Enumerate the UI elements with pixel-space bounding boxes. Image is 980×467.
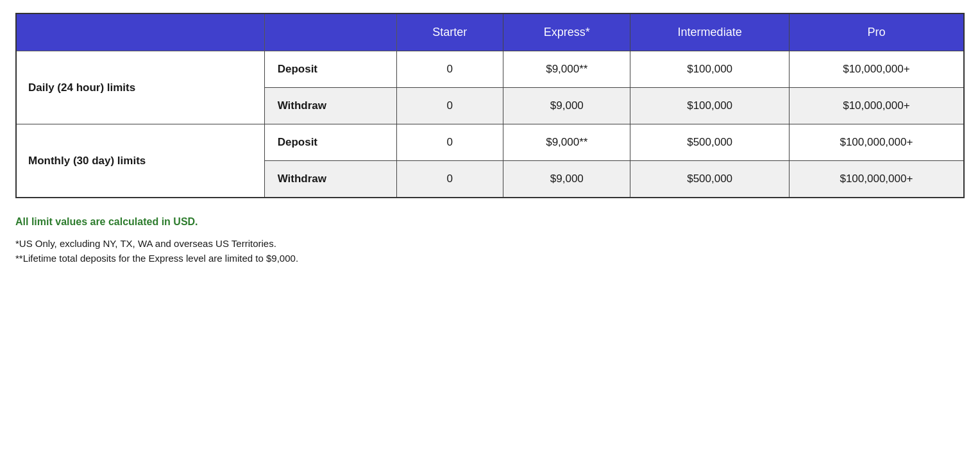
sub-label-0-0: Deposit <box>264 51 396 88</box>
sub-label-1-1: Withdraw <box>264 161 396 198</box>
cell-1-1-starter: 0 <box>396 161 503 198</box>
header-starter: Starter <box>396 13 503 51</box>
usd-note: All limit values are calculated in USD. <box>15 216 965 228</box>
cell-1-1-intermediate: $500,000 <box>630 161 789 198</box>
page-container: Starter Express* Intermediate Pro Daily … <box>15 13 965 270</box>
footnotes-section: All limit values are calculated in USD. … <box>15 214 965 270</box>
cell-0-1-express: $9,000 <box>503 88 630 124</box>
header-empty-1 <box>16 13 264 51</box>
group-label-0: Daily (24 hour) limits <box>16 51 264 124</box>
cell-0-0-pro: $10,000,000+ <box>789 51 964 88</box>
cell-0-1-starter: 0 <box>396 88 503 124</box>
cell-1-1-express: $9,000 <box>503 161 630 198</box>
header-empty-2 <box>264 13 396 51</box>
footnote-1: *US Only, excluding NY, TX, WA and overs… <box>15 238 965 249</box>
cell-1-0-pro: $100,000,000+ <box>789 124 964 161</box>
footnote-2: **Lifetime total deposits for the Expres… <box>15 253 965 264</box>
cell-0-0-intermediate: $100,000 <box>630 51 789 88</box>
cell-1-0-starter: 0 <box>396 124 503 161</box>
cell-1-0-intermediate: $500,000 <box>630 124 789 161</box>
sub-label-1-0: Deposit <box>264 124 396 161</box>
cell-1-0-express: $9,000** <box>503 124 630 161</box>
group-label-1: Monthly (30 day) limits <box>16 124 264 198</box>
cell-0-1-intermediate: $100,000 <box>630 88 789 124</box>
cell-1-1-pro: $100,000,000+ <box>789 161 964 198</box>
cell-0-1-pro: $10,000,000+ <box>789 88 964 124</box>
header-express: Express* <box>503 13 630 51</box>
cell-0-0-starter: 0 <box>396 51 503 88</box>
header-pro: Pro <box>789 13 964 51</box>
header-intermediate: Intermediate <box>630 13 789 51</box>
cell-0-0-express: $9,000** <box>503 51 630 88</box>
sub-label-0-1: Withdraw <box>264 88 396 124</box>
limits-table: Starter Express* Intermediate Pro Daily … <box>15 13 965 198</box>
